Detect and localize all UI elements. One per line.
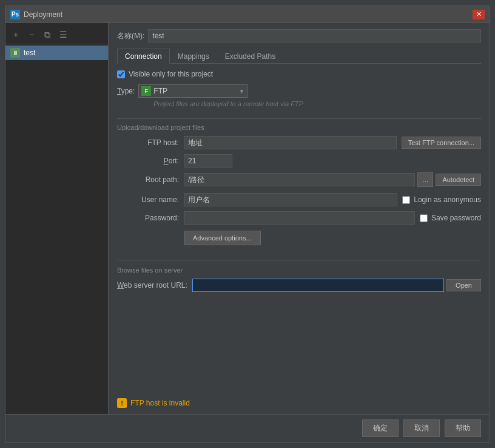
tab-excluded-paths[interactable]: Excluded Paths xyxy=(217,49,283,64)
help-button[interactable]: 帮助 xyxy=(445,419,481,437)
type-label: Type: xyxy=(117,87,135,95)
ftp-form: FTP host: Test FTP connection... Port: R… xyxy=(117,136,481,187)
titlebar-title: Deployment xyxy=(24,10,62,19)
sidebar: + − ⧉ ☰ 🖥 test xyxy=(5,23,109,414)
browse-section-title: Browse files on server xyxy=(117,266,481,274)
cancel-button[interactable]: 取消 xyxy=(403,419,440,437)
server-icon: 🖥 xyxy=(10,48,20,58)
port-label: Port: xyxy=(117,157,184,165)
advanced-options-button[interactable]: Advanced options... xyxy=(184,231,261,245)
password-right: Save password xyxy=(184,211,481,225)
save-password-label: Save password xyxy=(431,214,481,222)
username-label: User name: xyxy=(117,195,184,204)
browse-section: Browse files on server Web server root U… xyxy=(117,260,481,292)
root-path-input[interactable] xyxy=(184,173,415,186)
upload-section-title: Upload/download project files xyxy=(117,124,481,131)
web-url-row: Web server root URL: Open xyxy=(117,279,481,292)
remove-button[interactable]: − xyxy=(25,28,38,41)
visible-checkbox[interactable] xyxy=(117,70,125,78)
confirm-button[interactable]: 确定 xyxy=(362,419,399,437)
titlebar-left: Ps Deployment xyxy=(10,10,62,19)
type-select[interactable]: F FTP ▼ xyxy=(138,84,247,98)
error-row: ! FTP host is invalid xyxy=(117,398,481,408)
type-value: FTP xyxy=(153,87,236,95)
root-path-label: Root path: xyxy=(117,175,184,184)
ftp-host-input[interactable] xyxy=(184,136,397,149)
sidebar-item-test[interactable]: 🖥 test xyxy=(5,46,108,60)
advanced-row: Advanced options... xyxy=(184,231,481,253)
name-row: 名称(M): xyxy=(117,29,481,42)
type-hint: Project files are deployed to a remote h… xyxy=(153,100,481,107)
open-button[interactable]: Open xyxy=(446,279,481,291)
tabs: Connection Mappings Excluded Paths xyxy=(117,49,481,64)
username-right: Login as anonymous xyxy=(184,193,481,206)
sidebar-item-label: test xyxy=(24,49,35,57)
main-content: + − ⧉ ☰ 🖥 test 名称(M): Connection xyxy=(5,23,490,414)
username-input[interactable] xyxy=(184,193,397,206)
deployment-window: Ps Deployment ✕ + − ⧉ ☰ 🖥 test 名 xyxy=(5,5,490,443)
name-label: 名称(M): xyxy=(117,31,144,41)
ftp-icon: F xyxy=(141,86,151,96)
ftp-host-label: FTP host: xyxy=(117,138,184,147)
web-url-input[interactable] xyxy=(192,279,444,292)
close-button[interactable]: ✕ xyxy=(473,10,485,19)
password-label: Password: xyxy=(117,214,184,222)
divider-1 xyxy=(117,118,481,119)
anon-section: Login as anonymous xyxy=(402,195,481,204)
sidebar-toolbar: + − ⧉ ☰ xyxy=(5,25,108,44)
ps-icon: Ps xyxy=(10,10,20,19)
visible-checkbox-label: Visible only for this project xyxy=(129,70,213,78)
web-url-label: Web server root URL: xyxy=(117,281,187,290)
port-input[interactable] xyxy=(184,154,232,168)
warning-icon: ! xyxy=(117,398,127,408)
add-button[interactable]: + xyxy=(9,28,22,41)
error-text: FTP host is invalid xyxy=(130,399,190,407)
browse-button[interactable]: ... xyxy=(417,172,433,187)
port-row xyxy=(184,154,481,168)
main-panel: 名称(M): Connection Mappings Excluded Path… xyxy=(109,23,490,414)
name-input[interactable] xyxy=(148,29,481,42)
root-path-row: ... Autodetect xyxy=(184,172,481,187)
footer: 确定 取消 帮助 xyxy=(5,414,490,442)
anonymous-checkbox[interactable] xyxy=(402,196,410,204)
anonymous-label: Login as anonymous xyxy=(414,195,481,204)
test-ftp-button[interactable]: Test FTP connection... xyxy=(402,137,481,149)
tab-connection[interactable]: Connection xyxy=(117,49,170,64)
password-input[interactable] xyxy=(184,211,415,225)
copy-button[interactable]: ⧉ xyxy=(41,28,54,41)
tab-mappings[interactable]: Mappings xyxy=(170,49,217,64)
type-row: Type: F FTP ▼ xyxy=(117,84,481,98)
save-password-checkbox[interactable] xyxy=(420,214,428,222)
auth-form: User name: Login as anonymous Password: … xyxy=(117,193,481,225)
titlebar: Ps Deployment ✕ xyxy=(5,6,490,23)
save-password-section: Save password xyxy=(420,214,481,222)
autodetect-button[interactable]: Autodetect xyxy=(436,174,481,186)
chevron-down-icon: ▼ xyxy=(238,88,244,95)
settings-button[interactable]: ☰ xyxy=(56,28,70,41)
visible-checkbox-row: Visible only for this project xyxy=(117,70,481,78)
ftp-host-row: Test FTP connection... xyxy=(184,136,481,149)
